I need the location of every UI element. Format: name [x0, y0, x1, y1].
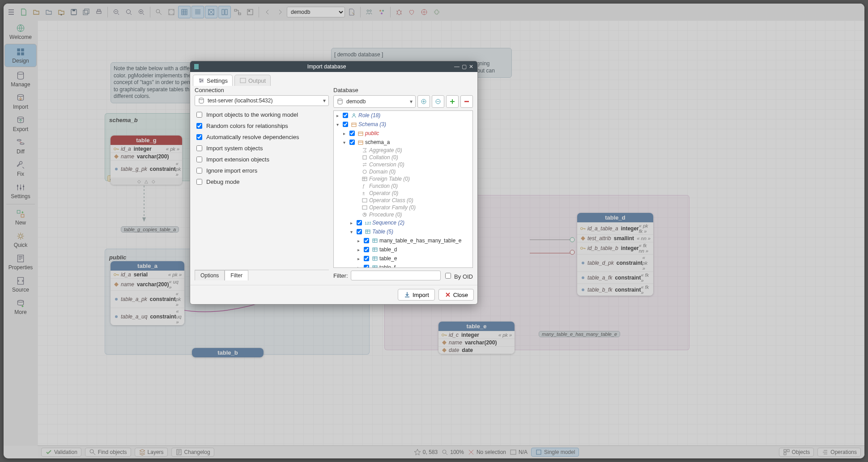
svg-rect-77	[352, 123, 356, 127]
chk-system-objects[interactable]: Import system objects	[195, 144, 329, 153]
svg-rect-79	[358, 141, 363, 144]
svg-rect-86	[362, 206, 367, 209]
expand-all-icon[interactable]	[417, 95, 430, 108]
tab-settings[interactable]: Settings	[193, 75, 233, 86]
tree-node[interactable]: ±Operator (0)	[334, 190, 472, 197]
add-icon[interactable]	[446, 95, 459, 108]
svg-point-73	[338, 99, 342, 101]
tree-node[interactable]: Foreign Table (0)	[334, 175, 472, 182]
chk-debug-mode[interactable]: Debug mode	[195, 178, 329, 186]
svg-text:±: ±	[362, 191, 365, 196]
collapse-all-icon[interactable]	[432, 95, 444, 108]
tree-node[interactable]: ▸Role (18)	[334, 111, 472, 120]
tree-node[interactable]: Collation (0)	[334, 154, 472, 161]
svg-rect-90	[373, 239, 377, 242]
svg-rect-89	[366, 230, 370, 233]
chk-extension-objects[interactable]: Import extension objects	[195, 155, 329, 164]
connection-label: Connection	[195, 87, 329, 93]
tree-node[interactable]: Operator Family (0)	[334, 204, 472, 211]
tree-node[interactable]: ▾Table (5)	[334, 227, 472, 236]
tree-node[interactable]: ▸table_e	[334, 254, 472, 263]
svg-point-70	[200, 81, 201, 82]
tree-node[interactable]: ▸123Sequence (2)	[334, 218, 472, 227]
chk-resolve-deps[interactable]: Automatically resolve dependencies	[195, 133, 329, 141]
database-select[interactable]: demodb▾	[333, 95, 416, 108]
tree-node[interactable]: Procedure (0)	[334, 211, 472, 218]
svg-rect-78	[358, 132, 363, 136]
svg-point-72	[199, 98, 204, 100]
minimize-icon[interactable]: —	[453, 63, 460, 70]
svg-rect-91	[373, 248, 377, 251]
tree-node[interactable]: ▾schema_a	[334, 138, 472, 147]
subtab-filter[interactable]: Filter	[225, 270, 248, 280]
connection-select[interactable]: test-server (localhost:5432)▾	[195, 95, 329, 106]
subtab-options[interactable]: Options	[195, 270, 225, 280]
svg-rect-85	[362, 199, 367, 202]
tab-output[interactable]: Output	[234, 75, 271, 86]
svg-point-76	[353, 114, 355, 115]
tree-node[interactable]: ▸public	[334, 129, 472, 138]
tree-node[interactable]: Domain (0)	[334, 168, 472, 175]
filter-label: Filter:	[333, 272, 348, 279]
tree-node[interactable]: Aggregate (0)	[334, 147, 472, 154]
dialog-title: Import database	[200, 64, 453, 70]
tree-node[interactable]: Operator Class (0)	[334, 197, 472, 204]
byoid-check[interactable]: By OID	[443, 271, 473, 280]
svg-rect-71	[240, 78, 246, 83]
chk-working-model[interactable]: Import objects to the working model	[195, 110, 329, 119]
svg-rect-92	[373, 257, 377, 260]
tree-node[interactable]: ƒFunction (0)	[334, 182, 472, 190]
close-window-icon[interactable]: ✕	[468, 63, 475, 70]
svg-rect-80	[363, 156, 366, 159]
svg-point-68	[200, 79, 200, 80]
import-button[interactable]: Import	[398, 289, 435, 301]
tree-node[interactable]: ▾Schema (3)	[334, 120, 472, 129]
chk-random-colors[interactable]: Random colors for relationships	[195, 122, 329, 130]
tree-node[interactable]: ▸many_table_e_has_many_table_e	[334, 236, 472, 245]
svg-text:ƒ: ƒ	[362, 184, 365, 189]
close-button[interactable]: Close	[438, 289, 474, 301]
database-label: Database	[333, 87, 473, 93]
svg-point-81	[363, 170, 366, 174]
chk-ignore-errors[interactable]: Ignore import errors	[195, 166, 329, 175]
import-dialog: Import database — ▢ ✕ Settings Output Co…	[190, 61, 478, 305]
object-tree[interactable]: ▸Role (18)▾Schema (3)▸public▾schema_aAgg…	[333, 110, 473, 268]
tree-node[interactable]: Conversion (0)	[334, 161, 472, 168]
svg-text:123: 123	[365, 221, 371, 225]
maximize-icon[interactable]: ▢	[460, 63, 468, 70]
remove-icon[interactable]	[460, 95, 473, 108]
tree-node[interactable]: ▸table_d	[334, 245, 472, 254]
tree-node[interactable]: ▸table_f	[334, 263, 472, 268]
app-icon	[193, 63, 200, 70]
svg-point-69	[202, 80, 203, 81]
svg-rect-82	[362, 177, 367, 181]
filter-input[interactable]	[351, 271, 441, 280]
